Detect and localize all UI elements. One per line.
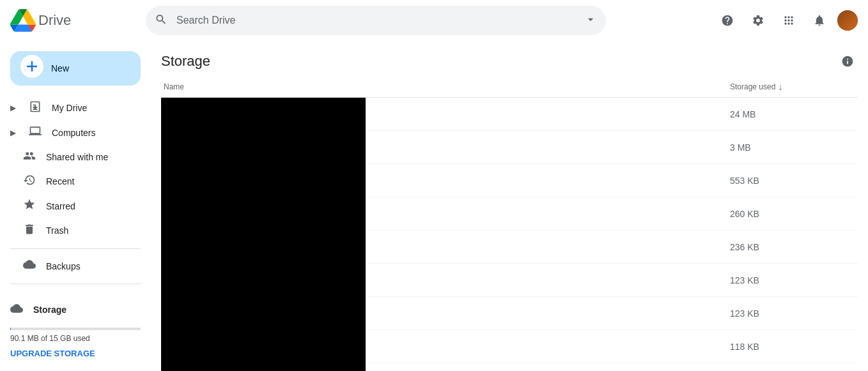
- sidebar-item-trash-label: Trash: [46, 225, 68, 236]
- new-button-label: New: [51, 63, 69, 73]
- apps-button[interactable]: [776, 8, 802, 33]
- sidebar-item-trash[interactable]: Trash: [0, 218, 141, 243]
- sidebar-item-my-drive-label: My Drive: [52, 103, 87, 113]
- storage-used-cell: 123 KB: [730, 308, 858, 319]
- expand-icon-computers: ▶: [10, 128, 16, 137]
- sidebar-item-computers[interactable]: ▶ Computers: [0, 120, 141, 144]
- sidebar-item-storage[interactable]: Storage: [10, 297, 141, 322]
- sidebar-item-recent-label: Recent: [46, 176, 74, 186]
- storage-bar: [10, 328, 11, 330]
- sidebar-item-shared-label: Shared with me: [46, 152, 108, 162]
- expand-icon: ▶: [10, 103, 16, 112]
- table-rows-with-preview: 24 MB 3 MB 553 KB: [161, 98, 858, 371]
- table-row[interactable]: 123 KB: [366, 297, 858, 330]
- upgrade-storage-button[interactable]: UPGRADE STORAGE: [10, 349, 95, 358]
- sidebar-storage-label: Storage: [33, 305, 66, 315]
- nav-divider: [10, 248, 141, 249]
- sidebar-item-starred[interactable]: Starred: [0, 194, 141, 218]
- my-drive-icon: [29, 100, 42, 116]
- table-row[interactable]: 24 MB: [366, 98, 858, 131]
- sort-down-icon: ↓: [778, 82, 782, 92]
- sidebar-item-recent[interactable]: Recent: [0, 169, 141, 193]
- top-bar: Drive: [0, 0, 868, 41]
- sidebar-item-computers-label: Computers: [52, 128, 95, 138]
- table-row[interactable]: 117 KB: [366, 363, 858, 371]
- sidebar-item-backups-label: Backups: [46, 261, 81, 271]
- logo-area: Drive: [10, 8, 138, 33]
- storage-used-cell: 236 KB: [730, 242, 858, 252]
- file-preview-block: [161, 98, 366, 371]
- backups-icon: [23, 258, 36, 274]
- table-row[interactable]: 123 KB: [366, 264, 858, 297]
- recent-icon: [23, 174, 36, 190]
- storage-section: Storage 90.1 MB of 15 GB used UPGRADE ST…: [0, 289, 151, 366]
- new-button[interactable]: New: [10, 51, 141, 86]
- new-plus-icon: [20, 55, 43, 82]
- sidebar-item-backups[interactable]: Backups: [0, 254, 141, 278]
- storage-used-cell: 118 KB: [730, 342, 858, 352]
- table-row[interactable]: 260 KB: [366, 197, 858, 231]
- app-container: Drive: [0, 0, 868, 371]
- logo-text: Drive: [38, 12, 71, 29]
- help-button[interactable]: [715, 8, 740, 33]
- trash-icon: [23, 223, 36, 239]
- avatar[interactable]: [837, 10, 858, 31]
- storage-used-cell: 123 KB: [730, 275, 858, 285]
- storage-used-cell: 260 KB: [730, 209, 858, 219]
- main-area: New ▶ My Drive ▶ Computers: [0, 41, 868, 371]
- table-row[interactable]: 118 KB: [366, 330, 858, 363]
- storage-cloud-icon: [10, 302, 23, 318]
- shared-icon: [23, 149, 36, 165]
- content-area: Storage Name Storage used ↓: [151, 41, 868, 371]
- nav-divider-2: [10, 284, 141, 284]
- col-name-header: Name: [161, 82, 730, 91]
- notifications-button[interactable]: [807, 8, 832, 33]
- storage-used-cell: 3 MB: [730, 142, 858, 153]
- search-bar: [146, 6, 606, 35]
- drive-logo-icon: [10, 8, 36, 33]
- table-header: Name Storage used ↓: [161, 77, 858, 98]
- rows-container: 24 MB 3 MB 553 KB: [366, 98, 858, 371]
- table-row[interactable]: 3 MB: [366, 131, 858, 164]
- search-input[interactable]: [146, 6, 606, 35]
- top-actions: [715, 8, 858, 33]
- table-row[interactable]: 236 KB: [366, 231, 858, 264]
- sidebar: New ▶ My Drive ▶ Computers: [0, 41, 151, 371]
- storage-used-cell: 553 KB: [730, 176, 858, 186]
- storage-used-cell: 24 MB: [730, 109, 858, 119]
- table-body: 24 MB 3 MB 553 KB: [161, 98, 858, 371]
- sidebar-item-shared-with-me[interactable]: Shared with me: [0, 145, 141, 169]
- starred-icon: [23, 198, 36, 214]
- storage-used-text: 90.1 MB of 15 GB used: [10, 334, 141, 343]
- page-header: Storage: [161, 41, 858, 77]
- page-title: Storage: [161, 53, 210, 70]
- storage-bar-wrap: [10, 328, 141, 330]
- sidebar-item-my-drive[interactable]: ▶ My Drive: [0, 96, 141, 120]
- search-icon: [155, 13, 167, 28]
- col-storage-header[interactable]: Storage used ↓: [730, 82, 858, 92]
- settings-button[interactable]: [745, 8, 771, 33]
- search-dropdown-icon[interactable]: [584, 13, 597, 28]
- info-button[interactable]: [837, 51, 858, 72]
- computers-icon: [29, 125, 42, 140]
- table-row[interactable]: 553 KB: [366, 164, 858, 197]
- sidebar-item-starred-label: Starred: [46, 201, 75, 211]
- table-wrap: Name Storage used ↓: [161, 77, 858, 371]
